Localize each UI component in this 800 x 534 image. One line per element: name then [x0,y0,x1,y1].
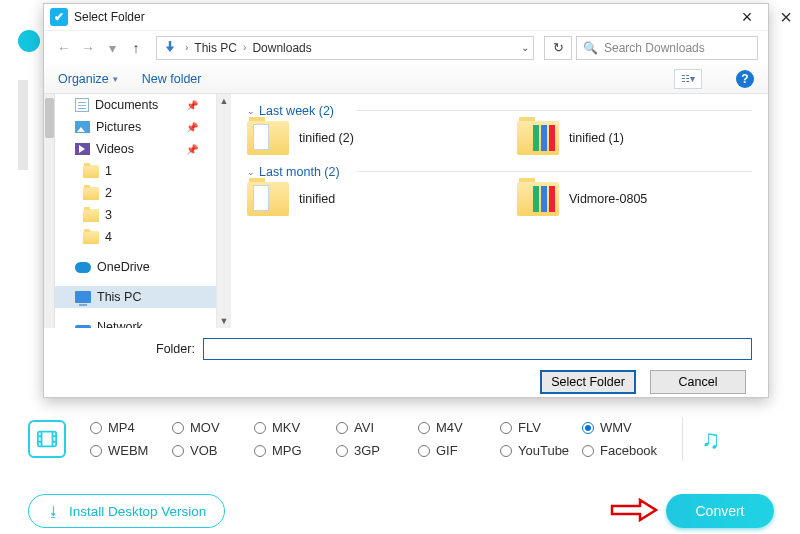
tree-item-label: Documents [95,98,158,112]
radio-icon [90,445,102,457]
cancel-button[interactable]: Cancel [650,370,746,394]
format-radio-mkv[interactable]: MKV [254,420,336,435]
radio-icon [500,445,512,457]
format-radio-3gp[interactable]: 3GP [336,443,418,458]
tree-item-3[interactable]: 3 [55,204,216,226]
group-header[interactable]: ⌄Last week (2) [247,104,752,118]
address-bar[interactable]: › This PC › Downloads ⌄ [156,36,534,60]
doc-icon [75,98,89,112]
chevron-down-icon: ▾ [113,74,118,84]
scroll-up-icon[interactable]: ▲ [217,94,231,108]
format-radio-mov[interactable]: MOV [172,420,254,435]
format-radio-m4v[interactable]: M4V [418,420,500,435]
tree-item-pictures[interactable]: Pictures📌 [55,116,216,138]
radio-icon [336,445,348,457]
radio-icon [418,445,430,457]
search-placeholder: Search Downloads [604,41,705,55]
tree-item-label: 2 [105,186,112,200]
audio-format-icon[interactable]: ♫ [701,424,721,455]
pin-icon: 📌 [186,100,198,111]
radio-label: Facebook [600,443,657,458]
radio-label: AVI [354,420,374,435]
format-radio-wmv[interactable]: WMV [582,420,664,435]
folder-item[interactable]: tinified [247,182,457,216]
chevron-right-icon: › [243,42,246,53]
radio-icon [254,445,266,457]
tree-item-this-pc[interactable]: This PC [55,286,216,308]
folder-name-input[interactable] [203,338,752,360]
radio-icon [172,422,184,434]
app-icon: ✔ [50,8,68,26]
folder-item[interactable]: tinified (1) [517,121,727,155]
scrollbar-thumb[interactable] [45,98,54,138]
tree-item-label: Pictures [96,120,141,134]
format-radio-webm[interactable]: WEBM [90,443,172,458]
folder-icon [517,182,559,216]
radio-label: WEBM [108,443,148,458]
format-radio-vob[interactable]: VOB [172,443,254,458]
convert-button[interactable]: Convert [666,494,774,528]
radio-label: MOV [190,420,220,435]
breadcrumb-root[interactable]: This PC [194,41,237,55]
view-options-button[interactable]: ☷▾ [674,69,702,89]
scroll-down-icon[interactable]: ▼ [217,314,231,328]
radio-label: VOB [190,443,217,458]
bg-strip [18,80,28,170]
tree-item-documents[interactable]: Documents📌 [55,94,216,116]
radio-icon [582,445,594,457]
video-format-icon[interactable] [28,420,66,458]
tree-item-videos[interactable]: Videos📌 [55,138,216,160]
radio-label: MKV [272,420,300,435]
format-radio-facebook[interactable]: Facebook [582,443,664,458]
annotation-arrow-icon [610,498,658,522]
chevron-down-icon: ⌄ [247,106,255,116]
radio-icon [582,422,594,434]
radio-icon [500,422,512,434]
select-folder-button[interactable]: Select Folder [540,370,636,394]
tree-item-network[interactable]: Network [55,316,216,328]
folder-label: tinified [299,192,335,206]
folder-item[interactable]: tinified (2) [247,121,457,155]
dialog-footer: Folder: Select Folder Cancel [44,328,768,404]
radio-label: MP4 [108,420,135,435]
nav-forward-icon[interactable]: → [78,38,98,58]
format-radio-gif[interactable]: GIF [418,443,500,458]
address-dropdown-icon[interactable]: ⌄ [521,42,529,53]
group-label: Last month (2) [259,165,340,179]
format-radio-flv[interactable]: FLV [500,420,582,435]
folder-icon [247,121,289,155]
tree-item-4[interactable]: 4 [55,226,216,248]
radio-icon [418,422,430,434]
install-desktop-button[interactable]: ⭳ Install Desktop Version [28,494,225,528]
tree-item-label: 1 [105,164,112,178]
help-button[interactable]: ? [736,70,754,88]
search-input[interactable]: 🔍 Search Downloads [576,36,758,60]
format-radio-mp4[interactable]: MP4 [90,420,172,435]
dialog-titlebar: ✔ Select Folder × [44,4,768,30]
refresh-button[interactable]: ↻ [544,36,572,60]
fld-icon [83,231,99,244]
breadcrumb-downloads[interactable]: Downloads [252,41,311,55]
format-radio-youtube[interactable]: YouTube [500,443,582,458]
close-icon[interactable]: × [732,7,762,28]
tree-scrollbar[interactable]: ▲ ▼ [217,94,231,328]
od-icon [75,262,91,273]
tree-item-1[interactable]: 1 [55,160,216,182]
nav-up-icon[interactable]: ↑ [126,38,146,58]
vid-icon [75,143,90,155]
organize-menu[interactable]: Organize ▾ [58,72,118,86]
format-radio-grid: MP4MOVMKVAVIM4VFLVWMVWEBMVOBMPG3GPGIFYou… [90,420,664,458]
folder-item[interactable]: Vidmore-0805 [517,182,727,216]
nav-recent-icon[interactable]: ▾ [102,38,122,58]
group-header[interactable]: ⌄Last month (2) [247,165,752,179]
tree-item-onedrive[interactable]: OneDrive [55,256,216,278]
new-folder-button[interactable]: New folder [142,72,202,86]
format-radio-avi[interactable]: AVI [336,420,418,435]
fld-icon [83,187,99,200]
bg-close-icon[interactable]: × [780,6,792,29]
radio-icon [90,422,102,434]
tree-item-2[interactable]: 2 [55,182,216,204]
nav-back-icon[interactable]: ← [54,38,74,58]
outer-scrollbar[interactable] [44,94,55,328]
format-radio-mpg[interactable]: MPG [254,443,336,458]
